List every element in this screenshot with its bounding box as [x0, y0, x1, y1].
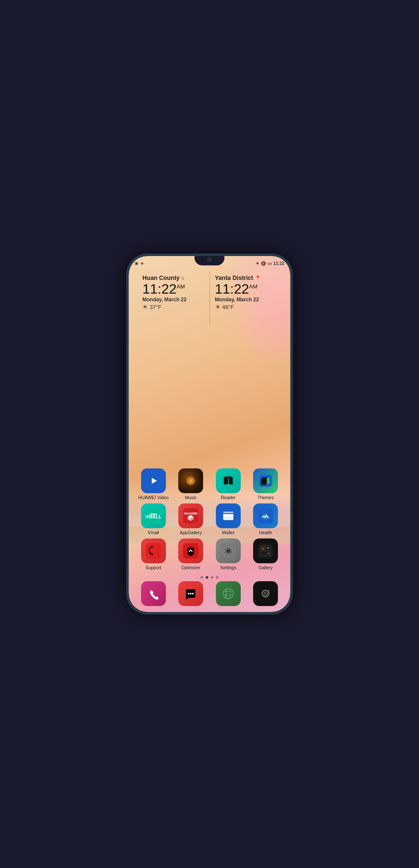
- browser-icon-img: [216, 581, 241, 606]
- wallet-icon-img: [216, 503, 241, 528]
- health-label: Health: [259, 530, 272, 535]
- date-left: Monday, March 22: [142, 297, 204, 303]
- app-row-3: Support Optimizer Settings: [135, 538, 284, 570]
- mute-icon: 🔕: [261, 261, 266, 266]
- app-optimizer[interactable]: Optimizer: [175, 538, 206, 570]
- camera-notch: [195, 256, 224, 265]
- time-right: 11:22AM: [215, 282, 277, 296]
- vmall-icon-img: VMALL: [141, 503, 166, 528]
- app-themes[interactable]: Themes: [250, 468, 281, 500]
- date-right: Monday, March 22: [215, 297, 277, 303]
- wifi-icon: ◈: [141, 261, 144, 265]
- home-icon: ⌂: [181, 275, 184, 280]
- app-row-2: VMALL Vmall HUAWEI AppGallery Wallet: [135, 503, 284, 535]
- app-vmall[interactable]: VMALL Vmall: [138, 503, 169, 535]
- support-label: Support: [145, 565, 161, 570]
- dock: [135, 581, 284, 608]
- page-dot-3[interactable]: [216, 576, 218, 579]
- svg-point-34: [226, 588, 230, 599]
- page-dots: [129, 576, 290, 579]
- music-icon-img: ♪: [178, 468, 203, 493]
- temp-right: ☀ 48°F: [215, 303, 277, 310]
- svg-rect-27: [261, 551, 265, 556]
- svg-rect-8: [262, 477, 268, 483]
- location-left: Huan County ⌂: [142, 274, 204, 281]
- svg-text:HUAWEI: HUAWEI: [184, 512, 198, 515]
- dock-camera[interactable]: [250, 581, 281, 608]
- phone-icon-img: [141, 581, 166, 606]
- dock-browser[interactable]: [213, 581, 244, 608]
- sim-icon: ▣: [135, 261, 139, 265]
- wallet-label: Wallet: [222, 530, 234, 535]
- svg-point-41: [263, 591, 268, 596]
- dock-phone[interactable]: [138, 581, 169, 608]
- svg-marker-0: [152, 478, 157, 484]
- music-label: Music: [185, 495, 197, 500]
- app-health[interactable]: Health: [250, 503, 281, 535]
- app-grid: HUAWEI Video ♪ Music Reader: [135, 468, 284, 574]
- time-left: 11:22AM: [142, 282, 204, 296]
- svg-point-22: [227, 549, 230, 553]
- weather-widget: Huan County ⌂ 11:22AM Monday, March 22 ☀…: [137, 271, 282, 322]
- dock-messaging[interactable]: [175, 581, 206, 608]
- svg-point-30: [188, 593, 189, 594]
- svg-point-29: [267, 547, 269, 549]
- huawei-video-label: HUAWEI Video: [138, 495, 168, 500]
- app-reader[interactable]: Reader: [213, 468, 244, 500]
- gallery-icon-img: [253, 538, 278, 563]
- bluetooth-icon: ✴: [256, 261, 259, 266]
- phone-screen: ▣ ◈ ✴ 🔕 ▭ 11:22 Huan County ⌂ 11:22AM Mo…: [129, 256, 290, 612]
- weather-divider: [210, 271, 210, 322]
- svg-point-42: [268, 590, 270, 591]
- status-right: ✴ 🔕 ▭ 11:22: [256, 261, 284, 266]
- pin-icon: 📍: [255, 275, 261, 281]
- app-wallet[interactable]: Wallet: [213, 503, 244, 535]
- svg-rect-18: [146, 543, 161, 559]
- app-music[interactable]: ♪ Music: [175, 468, 206, 500]
- svg-text:♪: ♪: [189, 478, 192, 484]
- messaging-icon-img: [178, 581, 203, 606]
- temp-left: ☀ 37°F: [142, 303, 204, 310]
- weather-panel-left: Huan County ⌂ 11:22AM Monday, March 22 ☀…: [137, 271, 210, 314]
- svg-point-33: [223, 588, 233, 599]
- page-dot-1[interactable]: [206, 576, 208, 579]
- page-dot-0[interactable]: [201, 576, 203, 579]
- appgallery-label: AppGallery: [180, 530, 202, 535]
- huawei-video-icon-img: [141, 468, 166, 493]
- themes-label: Themes: [257, 495, 274, 500]
- optimizer-label: Optimizer: [181, 565, 201, 570]
- sun-icon-left: ☀: [142, 303, 148, 310]
- app-appgallery[interactable]: HUAWEI AppGallery: [175, 503, 206, 535]
- settings-label: Settings: [220, 565, 236, 570]
- vmall-label: Vmall: [148, 530, 159, 535]
- reader-label: Reader: [221, 495, 236, 500]
- gallery-label: Gallery: [259, 565, 273, 570]
- settings-icon-img: [216, 538, 241, 563]
- app-support[interactable]: Support: [138, 538, 169, 570]
- appgallery-icon-img: HUAWEI: [178, 503, 203, 528]
- svg-point-31: [190, 593, 192, 594]
- app-settings[interactable]: Settings: [213, 538, 244, 570]
- location-right: Yanta District 📍: [215, 274, 277, 281]
- page-dot-2[interactable]: [211, 576, 213, 579]
- weather-panel-right: Yanta District 📍 11:22AM Monday, March 2…: [210, 271, 282, 314]
- reader-icon-img: [216, 468, 241, 493]
- svg-rect-14: [223, 512, 233, 513]
- app-gallery[interactable]: Gallery: [250, 538, 281, 570]
- svg-point-32: [192, 593, 194, 594]
- clock: 11:22: [273, 261, 284, 266]
- themes-icon-img: [253, 468, 278, 493]
- sun-icon-right: ☀: [215, 303, 221, 310]
- app-huawei-video[interactable]: HUAWEI Video: [138, 468, 169, 500]
- camera-icon-img: [253, 581, 278, 606]
- support-icon-img: [141, 538, 166, 563]
- battery-icon: ▭: [268, 261, 271, 266]
- phone-frame: ▣ ◈ ✴ 🔕 ▭ 11:22 Huan County ⌂ 11:22AM Mo…: [126, 253, 293, 615]
- svg-rect-16: [223, 514, 233, 516]
- health-icon-img: [253, 503, 278, 528]
- status-left: ▣ ◈: [135, 261, 144, 265]
- optimizer-icon-img: [178, 538, 203, 563]
- app-row-1: HUAWEI Video ♪ Music Reader: [135, 468, 284, 500]
